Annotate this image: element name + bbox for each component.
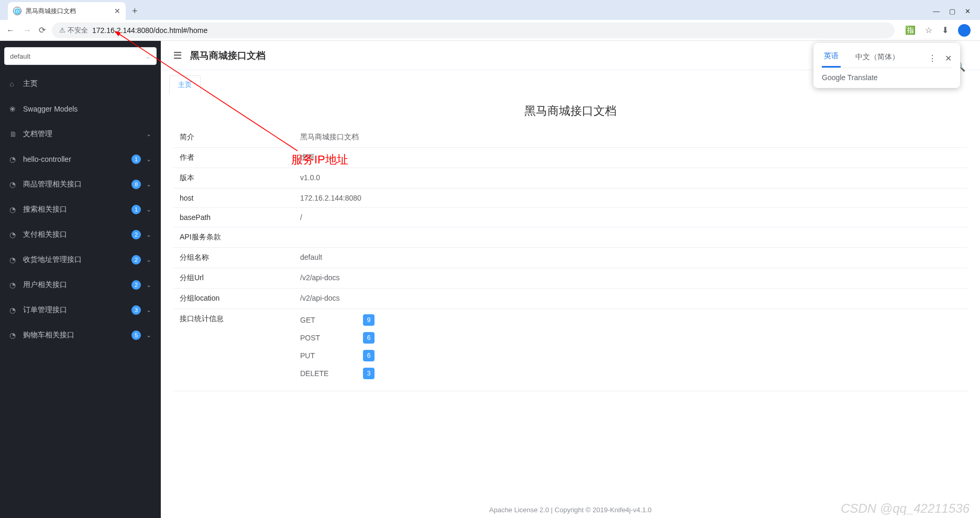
chevron-down-icon: ⌄	[146, 206, 151, 213]
menu-label: 收货地址管理接口	[23, 255, 126, 264]
close-tab-icon[interactable]: ✕	[114, 7, 120, 15]
info-key: 分组名称	[173, 248, 294, 268]
table-row: basePath/	[173, 208, 967, 227]
menu-icon: ◔	[9, 331, 18, 339]
translate-icon[interactable]: 🈯	[905, 25, 916, 35]
collapse-sidebar-icon[interactable]: ☰	[173, 50, 182, 61]
menu-label: hello-controller	[23, 155, 126, 163]
sidebar-item-1[interactable]: ❀ Swagger Models	[0, 96, 161, 122]
sidebar-item-10[interactable]: ◔ 购物车相关接口 5 ⌄	[0, 323, 161, 348]
forward-button[interactable]: →	[22, 26, 32, 35]
stat-row: PUT6	[300, 350, 961, 361]
info-key: 简介	[173, 127, 294, 148]
close-window-icon[interactable]: ✕	[965, 7, 971, 15]
table-row: 分组名称default	[173, 248, 967, 268]
menu-label: 文档管理	[23, 129, 141, 139]
close-icon[interactable]: ✕	[945, 53, 952, 63]
chevron-down-icon: ⌄	[146, 130, 151, 138]
count-badge: 9	[363, 314, 375, 326]
new-tab-button[interactable]: +	[126, 2, 144, 20]
info-val	[294, 227, 967, 248]
info-val: default	[294, 248, 967, 268]
sidebar-item-3[interactable]: ◔ hello-controller 1 ⌄	[0, 147, 161, 172]
download-icon[interactable]: ⬇	[942, 25, 949, 35]
count-badge: 6	[363, 350, 375, 361]
translate-tab-english[interactable]: 英语	[822, 49, 841, 68]
tab-home[interactable]: 主页	[169, 75, 201, 94]
window-controls: — ▢ ✕	[933, 2, 980, 20]
sidebar-item-7[interactable]: ◔ 收货地址管理接口 2 ⌄	[0, 247, 161, 272]
chevron-down-icon: ⌄	[146, 231, 151, 238]
browser-toolbar: ← → ⟳ ⚠ 不安全 172.16.2.144:8080/doc.html#/…	[0, 20, 980, 41]
count-badge: 2	[131, 255, 141, 264]
menu-label: 商品管理相关接口	[23, 180, 126, 189]
profile-avatar[interactable]	[958, 24, 971, 37]
table-row: 分组Url/v2/api-docs	[173, 268, 967, 289]
menu-icon: ⌂	[9, 80, 18, 88]
translate-brand: Google Translate	[822, 73, 952, 82]
count-badge: 1	[131, 205, 141, 214]
reload-button[interactable]: ⟳	[39, 25, 46, 35]
maximize-icon[interactable]: ▢	[949, 7, 955, 15]
address-bar[interactable]: ⚠ 不安全 172.16.2.144:8080/doc.html#/home	[52, 23, 895, 38]
menu-label: 订单管理接口	[23, 305, 126, 315]
info-key: 分组location	[173, 289, 294, 309]
menu-icon: ◔	[9, 281, 18, 289]
group-select[interactable]: default ⌄	[4, 47, 157, 65]
http-method: DELETE	[300, 369, 332, 378]
stat-row: GET9	[300, 314, 961, 326]
info-key: 作者	[173, 148, 294, 168]
browser-tab[interactable]: 🌐 黑马商城接口文档 ✕	[8, 2, 126, 20]
sidebar-item-4[interactable]: ◔ 商品管理相关接口 8 ⌄	[0, 172, 161, 197]
stat-row: POST6	[300, 332, 961, 344]
sidebar-item-9[interactable]: ◔ 订单管理接口 3 ⌄	[0, 297, 161, 323]
chevron-down-icon: ⌄	[146, 256, 151, 263]
info-val: 172.16.2.144:8080	[294, 189, 967, 208]
menu-icon: ❀	[9, 105, 18, 113]
translate-popup: 英语 中文（简体） ⋮ ✕ Google Translate	[813, 43, 960, 88]
http-method: GET	[300, 316, 332, 324]
menu-icon: ◔	[9, 205, 18, 214]
info-val: 虎哥	[294, 148, 967, 168]
sidebar-item-5[interactable]: ◔ 搜索相关接口 1 ⌄	[0, 197, 161, 222]
chevron-down-icon: ⌄	[145, 52, 151, 60]
table-row: 版本v1.0.0	[173, 168, 967, 189]
translate-tab-chinese[interactable]: 中文（简体）	[853, 50, 901, 67]
chevron-down-icon: ⌄	[146, 181, 151, 188]
sidebar-item-0[interactable]: ⌂ 主页	[0, 71, 161, 96]
doc-title: 黑马商城接口文档	[173, 98, 967, 127]
count-badge: 6	[363, 332, 375, 344]
http-method: PUT	[300, 351, 332, 360]
menu-icon: 🗎	[9, 130, 18, 138]
back-button[interactable]: ←	[5, 26, 16, 35]
menu-icon: ◔	[9, 155, 18, 163]
chevron-down-icon: ⌄	[146, 306, 151, 314]
more-icon[interactable]: ⋮	[928, 53, 937, 63]
count-badge: 3	[131, 305, 141, 315]
sidebar-item-2[interactable]: 🗎 文档管理 ⌄	[0, 122, 161, 147]
bookmark-icon[interactable]: ☆	[925, 25, 932, 35]
menu-icon: ◔	[9, 230, 18, 239]
info-val: /v2/api-docs	[294, 268, 967, 289]
menu-icon: ◔	[9, 256, 18, 264]
warning-icon: ⚠	[59, 26, 65, 34]
stats-label: 接口统计信息	[173, 309, 294, 391]
globe-icon: 🌐	[13, 7, 21, 15]
minimize-icon[interactable]: —	[933, 7, 940, 15]
security-chip[interactable]: ⚠ 不安全	[59, 26, 88, 35]
menu-icon: ◔	[9, 180, 18, 189]
sidebar-item-8[interactable]: ◔ 用户相关接口 2 ⌄	[0, 272, 161, 297]
info-val: 黑马商城接口文档	[294, 127, 967, 148]
count-badge: 3	[363, 368, 375, 379]
table-row: host172.16.2.144:8080	[173, 189, 967, 208]
info-key: host	[173, 189, 294, 208]
sidebar-item-6[interactable]: ◔ 支付相关接口 2 ⌄	[0, 222, 161, 247]
info-table: 简介黑马商城接口文档作者虎哥版本v1.0.0host172.16.2.144:8…	[173, 127, 967, 391]
count-badge: 2	[131, 230, 141, 239]
url-text: 172.16.2.144:8080/doc.html#/home	[92, 26, 207, 35]
info-key: 分组Url	[173, 268, 294, 289]
info-val: /v2/api-docs	[294, 289, 967, 309]
info-val: /	[294, 208, 967, 227]
table-row: API服务条款	[173, 227, 967, 248]
menu-label: Swagger Models	[23, 105, 151, 113]
